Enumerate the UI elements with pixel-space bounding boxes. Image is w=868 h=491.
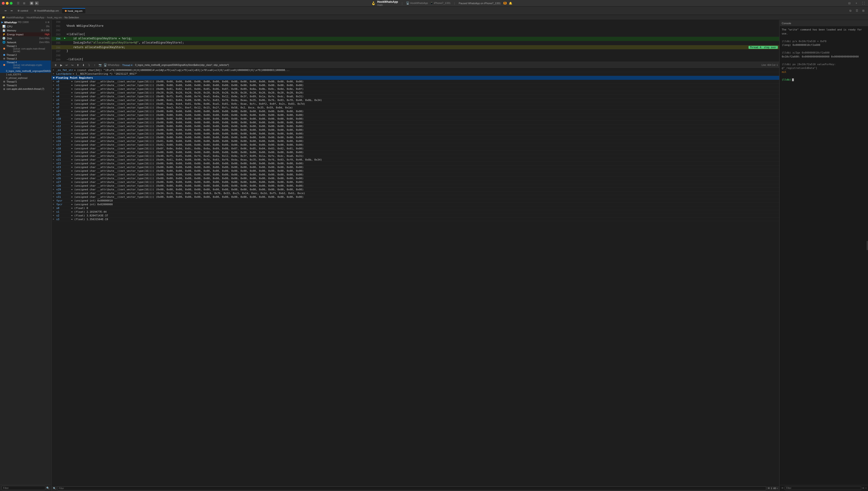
var-row-v27[interactable]: ▶ v27 = (unsigned char __attribute__((ex… <box>52 180 779 184</box>
debug-back-btn[interactable]: ⬇ <box>81 63 86 67</box>
var-row-v23[interactable]: ▶ v23 = (unsigned char __attribute__((ex… <box>52 166 779 169</box>
thread-4-sub1[interactable]: 0_logos_meta_method$_ungroupedSWASignalK… <box>0 69 51 73</box>
all-label[interactable]: All ÷ <box>773 487 778 490</box>
db-frame[interactable]: 0_logos_meta_method$_ungroupedSWASignalK… <box>135 64 229 66</box>
debug-stepout-btn[interactable]: ⬆ <box>75 63 81 67</box>
var-row-v15[interactable]: ▶ v15 = (unsigned char __attribute__((ex… <box>52 136 779 139</box>
var-row-v20[interactable]: ▶ v20 = (unsigned char __attribute__((ex… <box>52 154 779 158</box>
var-row-v3[interactable]: ▶ v3 = (unsigned char __attribute__((ext… <box>52 91 779 95</box>
debug-forward-btn[interactable]: ⤵ <box>87 63 92 67</box>
var-row-v4[interactable]: ▶ v4 = (unsigned char __attribute__((ext… <box>52 95 779 98</box>
var-row-v30[interactable]: ▶ v30 = (unsigned char __attribute__((ex… <box>52 192 779 195</box>
var-row-fpsr[interactable]: ▶ fpsr = (unsigned int) 0x00000010 <box>52 199 779 203</box>
var-row-v14[interactable]: ▶ v14 = (unsigned char __attribute__((ex… <box>52 132 779 136</box>
var-row-v6[interactable]: ▶ v6 = (unsigned char __attribute__((ext… <box>52 102 779 106</box>
code-area[interactable]: 390 391 %hook WASignalKeyStore 392 393 +… <box>52 20 779 62</box>
thread-3-row[interactable]: Thread 3 <box>0 57 51 60</box>
right-settings-icon[interactable]: ⚙ <box>862 487 864 489</box>
var-row-v31[interactable]: ▶ v31 = (unsigned char __attribute__((ex… <box>52 195 779 199</box>
energy-item[interactable]: ⚡ Energy Impact High <box>0 32 51 36</box>
lldb-output[interactable]: The "write" command has been loaded and … <box>780 27 868 485</box>
left-search-input[interactable] <box>1 486 45 490</box>
fullscreen-icon[interactable]: ⛶ <box>861 0 866 6</box>
var-row-v1[interactable]: ▶ v1 = (unsigned char __attribute__((ext… <box>52 84 779 87</box>
thread-apple-row[interactable]: com.apple.uikit.eventfetch-thread (7) <box>0 87 51 91</box>
var-row-os-fmt-str[interactable]: ▶ _os_fmt_str = (const char[34]) "\0\xf9… <box>52 68 779 72</box>
expand-icon[interactable]: ⊞ <box>861 8 866 13</box>
var-row-v17[interactable]: ▶ v17 = (unsigned char __attribute__((ex… <box>52 143 779 147</box>
close-button[interactable] <box>2 2 5 5</box>
var-row-v7[interactable]: ▶ v7 = (unsigned char __attribute__((ext… <box>52 106 779 110</box>
var-row-s1[interactable]: ▶ s1 = (float) 2.1019477E-44 <box>52 210 779 214</box>
var-row-lastupdate[interactable]: ▶ LastUpdate = (__NSCFConstantString *) … <box>52 72 779 76</box>
breadcrumb-part3[interactable]: hook_reg.xm <box>47 16 62 19</box>
thread-1-row[interactable]: Thread 1 Queue: com.apple.main-thread (s… <box>0 44 51 53</box>
memory-item[interactable]: 💾 Memory 36.6 MB <box>0 28 51 32</box>
debug-stepin-btn[interactable]: ↪ <box>70 63 75 67</box>
layout-icon[interactable]: ☰ <box>854 8 860 13</box>
var-row-v26[interactable]: ▶ v26 = (unsigned char __attribute__((ex… <box>52 177 779 180</box>
thread-6-row[interactable]: Thread 6 <box>0 84 51 87</box>
var-row-fpcr[interactable]: ▶ fpcr = (unsigned int) 0x02000000 <box>52 203 779 206</box>
stop-button[interactable] <box>30 1 33 5</box>
db-thread[interactable]: Thread 4 <box>122 64 132 66</box>
process-info-icon[interactable]: ℹ <box>45 21 46 24</box>
minimize-button[interactable] <box>6 2 9 5</box>
inspector-toggle-icon[interactable]: ⊟ <box>847 0 852 6</box>
right-add-icon[interactable]: + <box>865 487 867 489</box>
var-row-v9[interactable]: ▶ v9 = (unsigned char __attribute__((ext… <box>52 113 779 117</box>
variables-panel[interactable]: ▶ _os_fmt_str = (const char[34]) "\0\xf9… <box>52 68 779 485</box>
var-row-v24[interactable]: ▶ v24 = (unsigned char __attribute__((ex… <box>52 169 779 173</box>
var-row-v28[interactable]: ▶ v28 = (unsigned char __attribute__((ex… <box>52 184 779 188</box>
var-row-s3[interactable]: ▶ s3 = (float) 1.35631564E-19 <box>52 218 779 221</box>
back-nav-icon[interactable]: ⬅ <box>3 8 8 13</box>
info-icon[interactable]: ℹ <box>771 487 772 490</box>
navigator-icon[interactable]: ⊞ <box>21 0 27 6</box>
play-button[interactable] <box>35 1 39 5</box>
thread-2-row[interactable]: Thread 2 <box>0 53 51 57</box>
breadcrumb-part1[interactable]: HookWhatsApp <box>6 16 24 19</box>
floating-point-header[interactable]: ▼ Floating Point Registers <box>52 76 779 80</box>
var-row-v29[interactable]: ▶ v29 = (unsigned char __attribute__((ex… <box>52 188 779 192</box>
split-view-icon[interactable]: ⧉ <box>847 8 853 13</box>
breadcrumb-part2[interactable]: HookWhatsApp <box>27 16 44 19</box>
process-settings-icon[interactable]: ⚙ <box>48 21 50 24</box>
tab-hookwhatsapp[interactable]: HookWhatsApp.xm <box>31 8 62 13</box>
var-row-v13[interactable]: ▶ v13 = (unsigned char __attribute__((ex… <box>52 128 779 132</box>
thread-4-sub3[interactable]: 9_pthread_wqthread <box>0 76 51 80</box>
var-row-v5[interactable]: ▶ v5 = (unsigned char __attribute__((ext… <box>52 98 779 102</box>
var-row-v21[interactable]: ▶ v21 = (unsigned char __attribute__((ex… <box>52 158 779 162</box>
forward-nav-icon[interactable]: ➡ <box>9 8 14 13</box>
var-row-v8[interactable]: ▶ v8 = (unsigned char __attribute__((ext… <box>52 110 779 113</box>
sidebar-toggle-icon[interactable]: ☰ <box>16 0 21 6</box>
maximize-button[interactable] <box>10 2 12 5</box>
var-row-s0[interactable]: ▶ s0 = (float) 0 <box>52 206 779 210</box>
debug-return-btn[interactable]: ↑ <box>92 63 97 67</box>
var-row-v19[interactable]: ▶ v19 = (unsigned char __attribute__((ex… <box>52 150 779 154</box>
var-row-v22[interactable]: ▶ v22 = (unsigned char __attribute__((ex… <box>52 162 779 166</box>
var-row-v0[interactable]: ▶ v0 = (unsigned char __attribute__((ext… <box>52 80 779 84</box>
tab-hookreg[interactable]: hook_reg.xm <box>62 8 85 13</box>
network-item[interactable]: 🌐 Network Zero KB/s <box>0 40 51 44</box>
var-row-s2[interactable]: ▶ s2 = (float) 3.82047143E-37 <box>52 214 779 218</box>
var-row-v18[interactable]: ▶ v18 = (unsigned char __attribute__((ex… <box>52 147 779 150</box>
var-row-v2[interactable]: ▶ v2 = (unsigned char __attribute__((ext… <box>52 87 779 91</box>
var-row-v16[interactable]: ▶ v16 = (unsigned char __attribute__((ex… <box>52 139 779 143</box>
cpu-item[interactable]: 📊 CPU 0% <box>0 24 51 28</box>
var-row-v12[interactable]: ▶ v12 = (unsigned char __attribute__((ex… <box>52 124 779 128</box>
tab-control[interactable]: control <box>15 8 31 13</box>
bottom-filter-input-left[interactable] <box>57 486 766 490</box>
var-row-v10[interactable]: ▶ v10 = (unsigned char __attribute__((ex… <box>52 117 779 121</box>
thread-5-row[interactable]: Thread 5 <box>0 80 51 84</box>
debug-pause-btn[interactable]: ⏸ <box>53 63 58 67</box>
view-icon[interactable]: 👁 <box>768 487 770 490</box>
thread-4-row[interactable]: Thread 4 Queue: net.whatsapp.crypto (ser… <box>0 60 51 69</box>
disk-item[interactable]: 💿 Disk Zero KB/s <box>0 36 51 40</box>
var-row-v25[interactable]: ▶ v25 = (unsigned char __attribute__((ex… <box>52 173 779 177</box>
process-row[interactable]: ▶ WhatsApp PID 15800 ℹ ⚙ <box>0 20 51 24</box>
debug-continue-btn[interactable]: ▶ <box>59 63 64 67</box>
debug-stepover-btn[interactable]: ↩ <box>64 63 69 67</box>
right-filter-input[interactable] <box>784 486 861 490</box>
var-row-v11[interactable]: ▶ v11 = (unsigned char __attribute__((ex… <box>52 121 779 124</box>
thread-4-sub2[interactable]: 1 sub_6307F8 <box>0 73 51 76</box>
